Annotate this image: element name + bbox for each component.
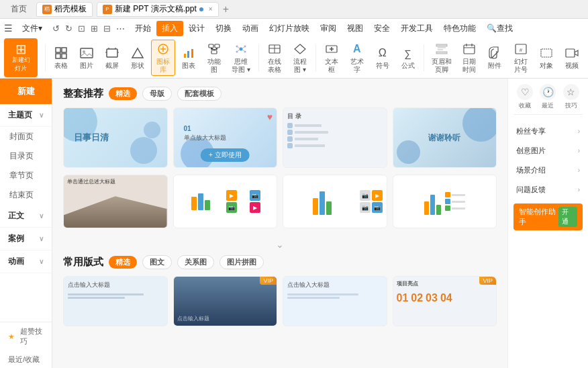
tab-close-btn[interactable]: ×	[209, 5, 213, 13]
tool-header-footer[interactable]: 页眉和页脚	[427, 40, 456, 75]
tool-chart[interactable]: 图表	[177, 44, 201, 71]
rp-feedback-item[interactable]: 问题反馈 ›	[513, 181, 583, 198]
rp-tips-btn[interactable]: ☆ 技巧	[563, 84, 579, 110]
sidebar-recent-btn[interactable]: 最近/收藏	[0, 351, 52, 368]
tab-ppt[interactable]: P 新建 PPT 演示文稿.ppt ×	[97, 2, 219, 17]
image-icon	[79, 46, 94, 60]
svg-text:#: #	[519, 47, 522, 53]
vip-card-1[interactable]: 点击输入大标题	[63, 276, 168, 326]
tool-shape[interactable]: 形状	[126, 44, 150, 71]
tag-companion[interactable]: 配套模板	[177, 87, 222, 101]
menu-switch[interactable]: 切换	[210, 21, 237, 36]
common-tag-relation[interactable]: 关系图	[177, 255, 214, 269]
menu-view[interactable]: 视图	[342, 21, 369, 36]
sidebar-sub-chapter[interactable]: 章节页	[0, 166, 52, 185]
rp-fans-item[interactable]: 粉丝专享 ›	[513, 123, 583, 140]
tool-object[interactable]: 对象	[534, 44, 558, 71]
menu-search[interactable]: 🔍查找	[481, 21, 518, 36]
rp-scene-item[interactable]: 场景介绍 ›	[513, 162, 583, 179]
template-card-1[interactable]: 日事日清	[63, 107, 168, 168]
svg-rect-23	[436, 44, 447, 46]
home-tab[interactable]: 首页	[5, 2, 32, 16]
screenshot-label: 截屏	[105, 62, 119, 70]
copy-btn[interactable]: ⊡	[76, 22, 87, 35]
use-btn-2[interactable]: + 立即使用	[201, 148, 250, 162]
format-btn[interactable]: ⊟	[101, 22, 113, 35]
tool-flowchart[interactable]: 流程图 ▾	[288, 40, 312, 75]
new-slide-btn[interactable]: ⊞ 新建幻灯片	[4, 38, 38, 77]
tool-image[interactable]: 图片	[75, 44, 99, 71]
sidebar-item-theme[interactable]: 主题页 ∨	[0, 104, 52, 127]
chevron-fans: ›	[578, 128, 580, 135]
chart-card-6: ▶ 📷 📷 ▶	[174, 186, 277, 217]
tool-attachment[interactable]: 附件	[483, 44, 507, 71]
sidebar-tips-btn[interactable]: ★ 超赞技巧	[0, 322, 52, 351]
recent-label: 最近/收藏	[8, 355, 40, 365]
tool-screenshot[interactable]: 截屏	[100, 44, 124, 71]
tool-mindmap[interactable]: 思维导图 ▾	[228, 40, 255, 75]
template-card-2[interactable]: ♥ 01 单点放大大标题 + 立即使用	[173, 107, 278, 168]
menu-slideshow[interactable]: 幻灯片放映	[264, 21, 315, 36]
hamburger-icon[interactable]: ☰	[4, 23, 13, 34]
template-card-4[interactable]: 谢谢聆听	[393, 107, 497, 168]
tag-selected[interactable]: 精选	[109, 87, 137, 100]
tool-video[interactable]: 视频	[560, 44, 584, 71]
sidebar-sub-end[interactable]: 结束页	[0, 185, 52, 205]
rp-smart-assistant[interactable]: 智能创作助手 开通	[513, 203, 583, 230]
tool-textbox[interactable]: 文本框	[320, 40, 344, 75]
rp-creative-item[interactable]: 创意图片 ›	[513, 142, 583, 159]
more-btn[interactable]: ⋯	[114, 22, 127, 35]
rp-collect-btn[interactable]: ♡ 收藏	[517, 84, 533, 110]
tool-function-chart[interactable]: 功能图	[202, 40, 226, 75]
rp-icons: ♡ 收藏 🕐 最近 ☆ 技巧	[513, 84, 583, 115]
menu-devtools[interactable]: 开发工具	[395, 21, 438, 36]
vip-card-2[interactable]: VIP 点击输入标题	[173, 276, 278, 326]
redo-btn[interactable]: ↻	[63, 22, 75, 35]
formula-label: 公式	[401, 62, 415, 70]
tag-motherboard[interactable]: 母版	[142, 87, 172, 101]
rp-recent-btn[interactable]: 🕐 最近	[540, 84, 556, 110]
menu-review[interactable]: 审阅	[315, 21, 342, 36]
sidebar-sub-toc[interactable]: 目录页	[0, 146, 52, 166]
tool-icon-lib[interactable]: 图标库	[151, 40, 175, 76]
main-layout: 新建 主题页 ∨ 封面页 目录页 章节页 结束页 正文 ∨ 案例 ∨ 动画 ∨ …	[0, 79, 588, 368]
common-tag-imgtext[interactable]: 图文	[142, 255, 172, 269]
menu-animation[interactable]: 动画	[237, 21, 264, 36]
smart-label: 智能创作助手	[519, 207, 558, 227]
tab-daoke[interactable]: 稻 稻壳模板	[36, 2, 93, 17]
template-card-7[interactable]: 📷 ▶ 📷 📷	[283, 175, 387, 228]
template-card-8[interactable]	[393, 175, 497, 228]
vip-card-3[interactable]: 点击输入大标题	[283, 276, 387, 326]
arrow-down[interactable]: ⌄	[63, 239, 497, 250]
menu-special[interactable]: 特色功能	[438, 21, 481, 36]
tab-add-btn[interactable]: +	[223, 3, 229, 15]
smart-open-btn[interactable]: 开通	[558, 207, 577, 227]
tool-slide-num[interactable]: # 幻灯片号	[508, 40, 533, 75]
tool-symbol[interactable]: Ω 符号	[371, 44, 395, 71]
tab-daoke-label: 稻壳模板	[54, 3, 87, 15]
template-card-5[interactable]: 单击通过总述大标题	[63, 175, 168, 228]
tool-datetime[interactable]: 日期时间	[457, 40, 482, 75]
sidebar-item-animation[interactable]: 动画 ∨	[0, 250, 52, 273]
undo-btn[interactable]: ↺	[50, 22, 62, 35]
tool-artword[interactable]: A 艺术字	[345, 40, 369, 75]
sidebar-item-body[interactable]: 正文 ∨	[0, 205, 52, 228]
menu-item-file[interactable]: 文件▾	[17, 21, 48, 36]
menu-security[interactable]: 安全	[369, 21, 395, 36]
common-tag-selected[interactable]: 精选	[109, 256, 137, 269]
template-card-3[interactable]: 目 录	[283, 107, 387, 168]
common-tag-collage[interactable]: 图片拼图	[219, 255, 264, 269]
paste-btn[interactable]: ⊞	[89, 22, 100, 35]
menu-design[interactable]: 设计	[183, 21, 210, 36]
template-card-6[interactable]: ▶ 📷 📷 ▶	[173, 175, 278, 228]
menu-start[interactable]: 开始	[130, 21, 156, 36]
tool-table[interactable]: 表格	[49, 44, 73, 71]
vip-card-4[interactable]: VIP 项目亮点 01 02 03 04	[393, 276, 497, 326]
tool-formula[interactable]: ∑ 公式	[396, 44, 420, 71]
tool-online-table[interactable]: 在线表格	[262, 40, 287, 75]
sidebar-new-btn[interactable]: 新建	[0, 79, 52, 104]
menu-insert[interactable]: 插入	[156, 21, 183, 36]
svg-rect-0	[56, 48, 60, 52]
sidebar-sub-cover[interactable]: 封面页	[0, 127, 52, 146]
sidebar-item-case[interactable]: 案例 ∨	[0, 228, 52, 250]
